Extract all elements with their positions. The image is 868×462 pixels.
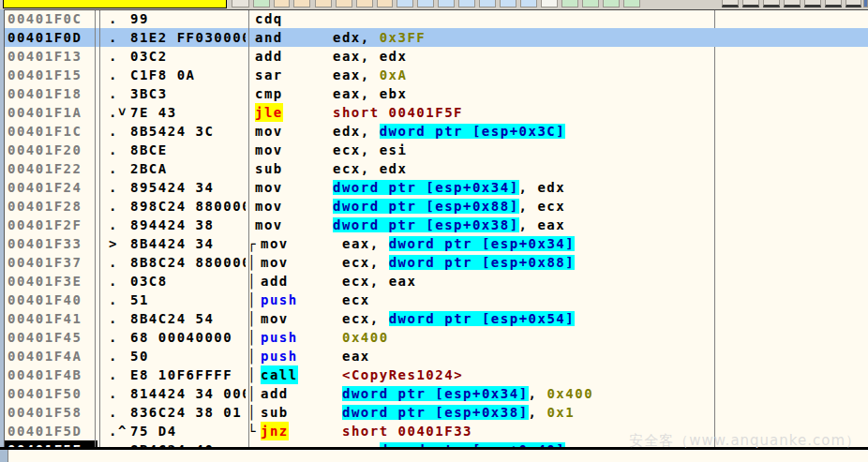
toolbar-button[interactable] <box>336 0 352 7</box>
toolbar-button[interactable] <box>458 0 475 7</box>
disassembly-row[interactable]: 00401F18.3BC3cmpeax, ebx <box>5 84 868 103</box>
toolbar-button[interactable] <box>561 0 578 7</box>
disassembly-row[interactable]: 00401F45.68 00040000│push0x400 <box>5 328 868 347</box>
toolbar-button[interactable] <box>253 0 270 7</box>
operands: ecx, dword ptr [esp+0x88] <box>342 253 575 272</box>
toolbar-button[interactable] <box>742 0 759 7</box>
mnemonic: push <box>261 291 298 309</box>
debugger-window: 00401F0C.99cdq00401F0D.81E2 FF030000ande… <box>0 0 868 462</box>
disassembly-row[interactable]: 00401F33>8B4424 34┌moveax, dword ptr [es… <box>5 234 868 253</box>
toolbar-button[interactable] <box>315 0 332 7</box>
toolbar-button[interactable] <box>763 0 780 7</box>
hex-bytes-cell: 8B8C24 88000000 <box>130 253 246 272</box>
disassembly-row[interactable]: 00401F2F.894424 38movdword ptr [esp+0x38… <box>5 216 868 234</box>
toolbar-button[interactable] <box>863 0 868 7</box>
address-cell: 00401F0D <box>5 28 97 47</box>
address-cell: 00401F22 <box>5 159 97 178</box>
toolbar-button[interactable] <box>274 0 290 7</box>
loop-bracket: └ <box>247 422 261 440</box>
disassembly-row[interactable]: 00401F40.51│pushecx <box>5 291 868 309</box>
disassembly-pane[interactable]: 00401F0C.99cdq00401F0D.81E2 FF030000ande… <box>0 9 868 447</box>
flag-cell: . <box>109 141 118 159</box>
hex-bytes-cell: 8BCE <box>130 141 246 159</box>
toolbar-button[interactable] <box>377 0 393 7</box>
toolbar-button[interactable] <box>479 0 496 7</box>
disassembly-row[interactable]: 00401F4B.E8 10F6FFFF│call<CopyRes1024> <box>5 365 868 384</box>
disassembly-row[interactable]: 00401F41.8B4C24 54│movecx, dword ptr [es… <box>5 309 868 328</box>
mnemonic: push <box>261 328 298 347</box>
address-cell: 00401F13 <box>5 47 97 66</box>
disassembly-row[interactable]: 00401F1A.˅7E 43jleshort 00401F5F <box>5 103 868 122</box>
disassembly-row[interactable]: 00401F20.8BCEmovecx, esi <box>5 141 868 159</box>
hex-bytes-cell: 836C24 38 01 <box>130 403 246 422</box>
mnemonic: add <box>261 272 289 291</box>
operands: ecx <box>342 291 370 309</box>
operands: dword ptr [esp+0x34], 0x400 <box>342 384 593 403</box>
mnemonic: cdq <box>255 9 283 28</box>
flag-cell: . <box>109 253 118 272</box>
toolbar-button[interactable] <box>804 0 821 7</box>
flag-cell: . <box>109 66 118 84</box>
disassembly-row[interactable]: 00401F22.2BCAsubecx, edx <box>5 159 868 178</box>
flag-cell: . <box>109 178 118 197</box>
hex-bytes-cell: 814424 34 00040000 <box>130 384 246 403</box>
toolbar-button[interactable] <box>623 0 640 7</box>
flag-cell: . <box>109 159 118 178</box>
address-cell: 00401F45 <box>5 328 97 347</box>
disassembly-row[interactable]: 00401F28.898C24 88000000movdword ptr [es… <box>5 197 868 216</box>
disassembly-row[interactable]: 00401F13.03C2addeax, edx <box>5 47 868 66</box>
disassembly-row[interactable]: 00401F1C.8B5424 3Cmovedx, dword ptr [esp… <box>5 122 868 141</box>
hex-bytes-cell: 51 <box>130 291 246 309</box>
hex-bytes-cell: 3BC3 <box>130 84 246 103</box>
operands: dword ptr [esp+0x34], edx <box>333 178 565 197</box>
disassembly-row[interactable]: 00401F24.895424 34movdword ptr [esp+0x34… <box>5 178 868 197</box>
address-expression-box[interactable] <box>3 0 227 8</box>
disassembly-row[interactable]: 00401F50.814424 34 00040000│adddword ptr… <box>5 384 868 403</box>
toolbar-button[interactable] <box>417 0 434 7</box>
loop-bracket: │ <box>247 403 261 422</box>
mnemonic: jle <box>255 103 283 122</box>
toolbar-button[interactable] <box>846 0 861 7</box>
mnemonic: mov <box>261 309 289 328</box>
hex-bytes-cell: 03C2 <box>130 47 246 66</box>
address-cell: 00401F1C <box>5 122 97 141</box>
disassembly-row[interactable]: 00401F0C.99cdq <box>5 9 868 28</box>
mnemonic: sub <box>261 403 289 422</box>
disassembly-row[interactable]: 00401F58.836C24 38 01│subdword ptr [esp+… <box>5 403 868 422</box>
small-button[interactable] <box>232 0 249 7</box>
address-cell: 00401F24 <box>5 178 97 197</box>
operands: dword ptr [esp+0x88], ecx <box>333 197 565 216</box>
hex-bytes-cell: C1F8 0A <box>130 66 246 84</box>
hex-bytes-cell: 81E2 FF030000 <box>130 28 246 47</box>
address-cell: 00401F0C <box>5 9 97 28</box>
disassembly-row[interactable]: 00401F3E.03C8│addecx, eax <box>5 272 868 291</box>
toolbar-button[interactable] <box>722 0 739 7</box>
toolbar-button[interactable] <box>397 0 413 7</box>
toolbar-button[interactable] <box>582 0 599 7</box>
mnemonic: add <box>261 384 289 403</box>
mnemonic: mov <box>255 440 283 447</box>
disassembly-row[interactable]: 00401F37.8B8C24 88000000│movecx, dword p… <box>5 253 868 272</box>
toolbar-button[interactable] <box>438 0 455 7</box>
column-separator <box>95 9 96 447</box>
disassembly-row[interactable]: 00401F15.C1F8 0Asareax, 0xA <box>5 66 868 84</box>
hex-bytes-cell: 8B4424 34 <box>130 234 246 253</box>
operands: edx, 0x3FF <box>333 28 426 47</box>
toolbar-button[interactable] <box>784 0 801 7</box>
address-cell: 00401F15 <box>5 66 97 84</box>
disassembly-row[interactable]: 00401F0D.81E2 FF030000andedx, 0x3FF <box>5 28 868 47</box>
toolbar-button[interactable] <box>520 0 537 7</box>
mnemonic: jnz <box>261 422 289 440</box>
toolbar-button[interactable] <box>356 0 373 7</box>
toolbar-button[interactable] <box>541 0 558 7</box>
disassembly-row[interactable]: 00401F4A.50│pusheax <box>5 347 868 365</box>
toolbar-button[interactable] <box>825 0 842 7</box>
loop-bracket: │ <box>247 328 261 347</box>
toolbar-button[interactable] <box>500 0 516 7</box>
toolbar-button[interactable] <box>293 0 310 7</box>
mnemonic: cmp <box>255 84 283 103</box>
toolbar <box>0 0 868 9</box>
toolbar-button[interactable] <box>603 0 620 7</box>
watermark-text: 安全客（www.anquanke.com） <box>629 432 861 450</box>
hex-bytes-cell: 8B4C24 40 <box>130 440 246 447</box>
